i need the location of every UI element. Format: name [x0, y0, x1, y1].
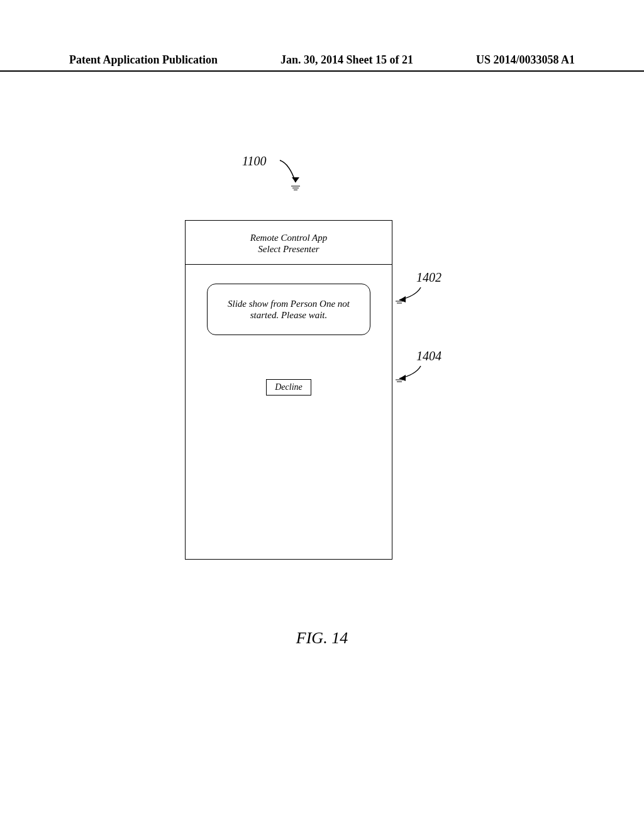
reference-1100: 1100	[242, 154, 267, 169]
decline-label: Decline	[275, 382, 303, 392]
title-line-2: Select Presenter	[186, 243, 392, 255]
device-titlebar: Remote Control App Select Presenter	[186, 221, 392, 265]
status-message-box: Slide show from Person One not started. …	[207, 284, 370, 335]
message-line-1: Slide show from Person One not	[208, 298, 370, 309]
decline-button[interactable]: Decline	[266, 379, 311, 396]
figure-caption: FIG. 14	[0, 629, 644, 648]
leadline-1404-icon	[394, 365, 425, 384]
arrow-1100-icon	[277, 157, 308, 192]
reference-1404: 1404	[416, 349, 441, 363]
reference-1402: 1402	[416, 270, 441, 285]
header-right: US 2014/0033058 A1	[476, 53, 575, 67]
message-line-2: started. Please wait.	[208, 309, 370, 321]
page-header: Patent Application Publication Jan. 30, …	[0, 53, 644, 72]
title-line-1: Remote Control App	[186, 232, 392, 243]
leadline-1402-icon	[394, 286, 425, 305]
header-center: Jan. 30, 2014 Sheet 15 of 21	[280, 53, 413, 67]
header-left: Patent Application Publication	[69, 53, 218, 67]
device-frame: Remote Control App Select Presenter Slid…	[185, 220, 392, 560]
svg-marker-0	[292, 177, 299, 182]
